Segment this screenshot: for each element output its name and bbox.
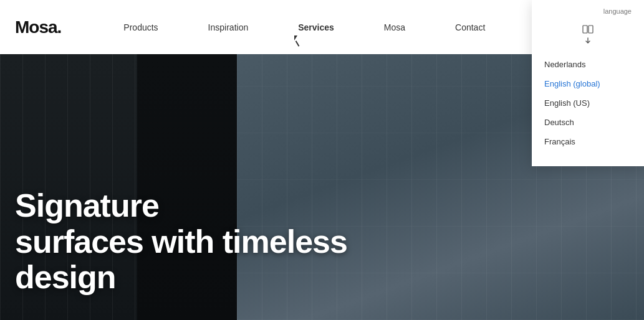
lang-option-deutsch[interactable]: Deutsch [532, 113, 644, 132]
hero-text-block: Signature surfaces with timeless design [15, 188, 347, 295]
lang-option-english-us[interactable]: English (US) [532, 93, 644, 113]
nav-services[interactable]: Services [273, 0, 359, 54]
site-logo[interactable]: Mosa. [15, 17, 61, 37]
language-options-list: Nederlands English (global) English (US)… [532, 50, 644, 156]
compare-icon[interactable] [582, 25, 594, 34]
down-arrow-icon[interactable] [582, 36, 594, 45]
nav-contact[interactable]: Contact [430, 0, 510, 54]
nav-inspiration[interactable]: Inspiration [183, 0, 274, 54]
language-dropdown-label: language [603, 7, 632, 15]
lang-option-dutch[interactable]: Nederlands [532, 55, 644, 74]
svg-rect-0 [583, 26, 587, 33]
nav-mosa[interactable]: Mosa [359, 0, 430, 54]
language-dropdown: language Nederlands English (global) Eng… [532, 0, 644, 166]
hero-title: Signature surfaces with timeless design [15, 188, 347, 295]
svg-rect-1 [589, 26, 593, 33]
language-dropdown-header: language [532, 0, 644, 20]
lang-option-francais[interactable]: Français [532, 132, 644, 151]
language-icons-section [532, 20, 644, 50]
lang-option-english-global[interactable]: English (global) [532, 74, 644, 93]
nav-products[interactable]: Products [99, 0, 183, 54]
